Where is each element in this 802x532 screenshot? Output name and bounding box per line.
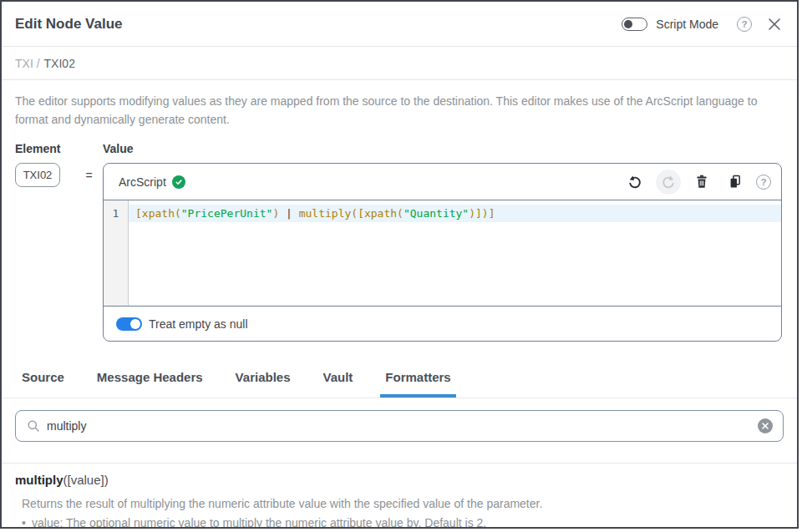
- edit-node-value-dialog: Edit Node Value Script Mode ? TXI / TXI0…: [0, 0, 799, 529]
- tab-message-headers[interactable]: Message Headers: [92, 362, 208, 398]
- script-mode-label: Script Mode: [656, 18, 718, 31]
- tab-variables[interactable]: Variables: [231, 362, 296, 398]
- treat-empty-toggle[interactable]: [116, 317, 142, 331]
- tab-source[interactable]: Source: [17, 362, 69, 398]
- code-area[interactable]: 1 [xpath("PricePerUnit") | multiply([xpa…: [104, 200, 781, 306]
- formatter-signature: multiply([value]): [15, 473, 784, 487]
- copy-icon[interactable]: [723, 170, 748, 195]
- code-line-1[interactable]: [xpath("PricePerUnit") | multiply([xpath…: [129, 205, 781, 222]
- formatter-param-bullet: value: The optional numeric value to mul…: [15, 514, 784, 529]
- trash-icon[interactable]: [689, 170, 714, 195]
- dialog-header: Edit Node Value Script Mode ?: [2, 2, 797, 47]
- search-icon: [27, 419, 40, 433]
- tab-bar: Source Message Headers Variables Vault F…: [2, 362, 797, 398]
- code-content[interactable]: [xpath("PricePerUnit") | multiply([xpath…: [129, 200, 781, 306]
- code-token: multiply([xpath(: [299, 207, 404, 220]
- element-label: Element: [15, 142, 75, 155]
- formatter-args: ([value]): [63, 473, 109, 487]
- line-number-gutter: 1: [104, 200, 129, 306]
- mapping-form: Element TXI02 = Value ArcScript: [2, 139, 797, 342]
- header-actions: Script Mode ?: [622, 17, 782, 32]
- formatter-summary: Returns the result of multiplying the nu…: [15, 495, 784, 512]
- clear-search-icon[interactable]: [758, 418, 773, 433]
- editor-header: ArcScript: [104, 164, 781, 200]
- equals-sign: =: [75, 142, 103, 342]
- code-token-pipe: |: [279, 207, 298, 220]
- code-token: )])]: [469, 207, 495, 220]
- tab-vault[interactable]: Vault: [318, 362, 358, 398]
- code-token-string: "PricePerUnit": [181, 207, 273, 220]
- code-token: [xpath(: [135, 207, 181, 220]
- script-mode-toggle[interactable]: [622, 18, 647, 31]
- formatter-doc: multiply([value]) Returns the result of …: [2, 464, 797, 529]
- close-icon[interactable]: [767, 17, 782, 32]
- editor-description: The editor supports modifying values as …: [15, 92, 777, 129]
- toggle-knob: [130, 319, 140, 329]
- element-column: Element TXI02: [15, 142, 75, 342]
- editor-toolbar: ?: [622, 170, 771, 195]
- breadcrumb-parent: TXI /: [15, 57, 40, 70]
- editor-footer: Treat empty as null: [104, 306, 781, 341]
- formatter-name: multiply: [15, 473, 63, 487]
- value-column: Value ArcScript: [103, 142, 782, 342]
- undo-icon[interactable]: [622, 170, 647, 195]
- page-title: Edit Node Value: [15, 16, 122, 33]
- editor-help-icon[interactable]: ?: [756, 175, 771, 190]
- element-chip: TXI02: [15, 163, 60, 187]
- toggle-knob: [624, 20, 632, 28]
- help-icon[interactable]: ?: [737, 17, 752, 32]
- line-number: 1: [104, 205, 128, 222]
- breadcrumb: TXI / TXI02: [2, 47, 797, 80]
- valid-check-icon: [172, 175, 185, 189]
- redo-icon: [656, 170, 681, 195]
- value-label: Value: [103, 142, 782, 155]
- language-label: ArcScript: [119, 175, 166, 189]
- treat-empty-label: Treat empty as null: [149, 317, 248, 331]
- code-token-string: "Quantity": [404, 207, 469, 220]
- arcscript-editor: ArcScript: [103, 163, 782, 342]
- breadcrumb-current: TXI02: [44, 57, 75, 70]
- search-box[interactable]: [15, 410, 784, 442]
- search-input[interactable]: [47, 419, 758, 433]
- tab-formatters[interactable]: Formatters: [380, 362, 455, 398]
- search-row: [2, 398, 797, 442]
